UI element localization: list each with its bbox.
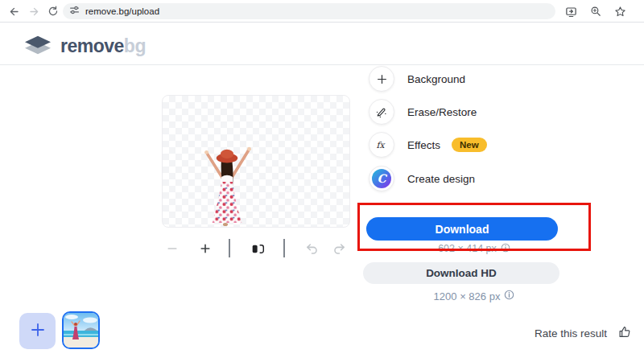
undo-icon[interactable] <box>304 241 319 256</box>
brush-icon <box>369 99 394 125</box>
brand-logo[interactable]: removebg <box>23 31 146 60</box>
cutout-person-figure <box>182 136 270 228</box>
layers-diamond-icon <box>23 31 53 60</box>
info-icon[interactable] <box>501 241 510 256</box>
tool-background[interactable]: Background <box>369 66 465 92</box>
svg-text:fx: fx <box>376 140 386 150</box>
plus-icon <box>369 66 394 92</box>
fx-icon: fx <box>369 132 394 158</box>
site-settings-icon[interactable] <box>69 4 80 19</box>
tool-label: Effects <box>407 139 440 151</box>
rate-result-label: Rate this result <box>535 327 607 339</box>
svg-text:C: C <box>378 172 388 185</box>
download-hd-button[interactable]: Download HD <box>363 262 559 284</box>
zoom-out-icon[interactable] <box>165 241 180 256</box>
beach-thumbnail-art <box>64 313 98 348</box>
browser-toolbar: remove.bg/upload <box>0 0 644 23</box>
app-window: remove.bg/upload removebg <box>0 0 644 362</box>
download-size-caption: 602 × 414 px <box>357 241 591 256</box>
zoom-in-icon[interactable] <box>198 241 213 256</box>
add-image-button[interactable] <box>19 313 56 349</box>
brand-wordmark: removebg <box>60 35 146 57</box>
back-icon[interactable] <box>6 4 21 19</box>
url-text[interactable]: remove.bg/upload <box>85 6 159 16</box>
tool-create-design[interactable]: C Create design <box>369 166 475 191</box>
original-image-thumbnail[interactable] <box>62 311 100 349</box>
download-button[interactable]: Download <box>366 217 558 241</box>
search-lens-icon[interactable] <box>588 4 603 19</box>
bookmark-star-icon[interactable] <box>613 4 627 19</box>
info-icon[interactable] <box>504 289 514 303</box>
download-hd-size-text: 1200 × 826 px <box>434 290 501 302</box>
plus-icon <box>30 322 46 340</box>
rate-result-row: Rate this result <box>535 325 632 342</box>
result-canvas[interactable] <box>162 95 350 228</box>
tool-label: Erase/Restore <box>407 106 477 118</box>
thumbs-up-icon[interactable] <box>618 325 632 342</box>
compare-view-icon[interactable] <box>250 241 265 256</box>
tool-label: Create design <box>407 173 475 185</box>
new-badge: New <box>452 138 487 152</box>
download-hd-size-caption: 1200 × 826 px <box>357 289 591 303</box>
toolbar-divider <box>283 239 285 257</box>
canva-icon: C <box>369 166 394 191</box>
forward-icon[interactable] <box>27 4 41 19</box>
reload-icon[interactable] <box>46 4 60 19</box>
toolbar-divider <box>229 239 230 257</box>
tool-label: Background <box>407 73 465 85</box>
download-size-text: 602 × 414 px <box>438 243 497 254</box>
address-bar[interactable]: remove.bg/upload <box>63 3 555 19</box>
send-to-device-icon[interactable] <box>564 4 578 19</box>
tool-effects[interactable]: fx Effects New <box>369 132 487 158</box>
site-header: removebg <box>0 23 644 65</box>
redo-icon[interactable] <box>332 241 346 256</box>
tool-erase-restore[interactable]: Erase/Restore <box>369 99 477 125</box>
